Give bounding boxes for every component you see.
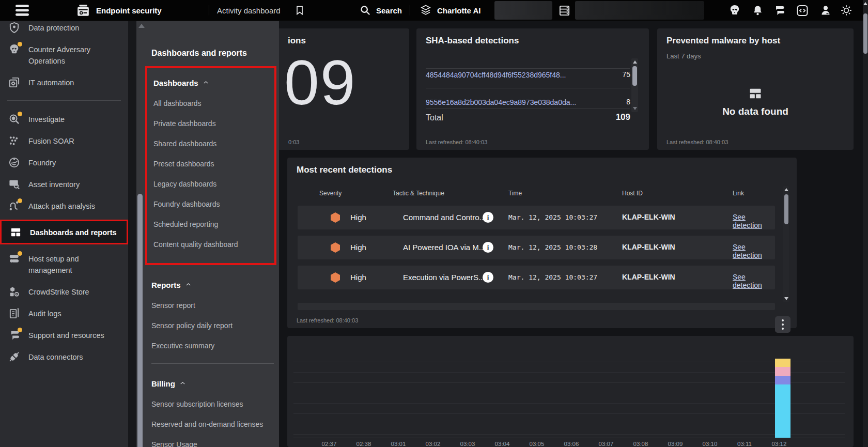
api-code-icon[interactable] — [796, 4, 809, 17]
flyout-section-header-dashboards[interactable]: Dashboards — [153, 79, 274, 87]
sha-hash-link[interactable]: 4854484a90704cff48d94f6f55238d965f48... — [426, 71, 566, 79]
flyout-title: Dashboards and reports — [151, 49, 279, 58]
sha-hash-link[interactable]: 9556e16a8d2b003da04ec9a8973e038da0da... — [426, 98, 576, 106]
flyout-item-all-dashboards[interactable]: All dashboards — [153, 99, 274, 107]
flyout-item-executive-summary[interactable]: Executive summary — [151, 342, 279, 350]
sidebar-item-data-protection[interactable]: Data protection — [0, 21, 128, 38]
falcon-console: Endpoint security Activity dashboard Sea… — [0, 0, 868, 447]
scroll-up-icon[interactable] — [784, 188, 788, 191]
flyout-item-sensor-report[interactable]: Sensor report — [151, 301, 279, 310]
notification-dot — [18, 112, 22, 116]
total-label: Total — [426, 113, 443, 122]
flyout-item-scheduled-reporting[interactable]: Scheduled reporting — [153, 220, 274, 228]
flyout-section-header-reports[interactable]: Reports — [151, 281, 279, 289]
sidebar-item-foundry[interactable]: Foundry — [0, 151, 128, 173]
detection-time: Mar. 12, 2025 10:03:27 — [508, 213, 597, 221]
rack-icon[interactable] — [558, 4, 570, 17]
sidebar-item-it-automation[interactable]: IT automation — [0, 71, 128, 93]
x-tick-label: 03:12 — [764, 441, 795, 447]
table-row: HighExecution via PowerS...iMar. 12, 202… — [298, 266, 775, 289]
see-detection-link[interactable]: See detection — [733, 243, 775, 259]
scrollbar-thumb[interactable] — [784, 194, 788, 224]
sidebar-item-host-setup-and-management[interactable]: Host setup and management — [0, 248, 128, 281]
flyout-item-private-dashboards[interactable]: Private dashboards — [153, 119, 274, 128]
sidebar-item-support-and-resources[interactable]: Support and resources — [0, 324, 128, 346]
sha-scrollbar[interactable] — [631, 58, 638, 112]
see-detection-link[interactable]: See detection — [733, 273, 775, 289]
sidebar-item-counter-adversary-operations[interactable]: Counter Adversary Operations — [0, 38, 128, 71]
table-row: HighAI Powered IOA via M...iMar. 12, 202… — [298, 236, 775, 259]
flyout-item-sensor-usage[interactable]: Sensor Usage — [151, 440, 279, 447]
sidebar-item-audit-logs[interactable]: Audit logs — [0, 302, 128, 324]
topbar-divider — [209, 5, 209, 16]
flyout-item-content-quality-dashboard[interactable]: Content quality dashboard — [153, 240, 274, 249]
flyout-item-shared-dashboards[interactable]: Shared dashboards — [153, 140, 274, 148]
table-row-partial — [298, 303, 775, 310]
sidebar-item-investigate[interactable]: Investigate — [0, 108, 128, 130]
flyout-item-sensor-subscription-licenses[interactable]: Sensor subscription licenses — [151, 400, 279, 408]
sidebar-items: Data protectionCounter Adversary Operati… — [0, 21, 128, 367]
flyout-section-header-billing[interactable]: Billing — [151, 379, 279, 388]
messages-icon[interactable] — [773, 4, 785, 17]
card-subtitle: Last 7 days — [667, 52, 701, 60]
scroll-up-icon[interactable] — [138, 24, 145, 28]
scrollbar-thumb[interactable] — [632, 66, 637, 86]
scrollbar-thumb[interactable] — [863, 13, 867, 54]
kebab-menu-button[interactable] — [775, 316, 791, 333]
sidebar-item-crowdstrike-store[interactable]: CrowdStrike Store — [0, 281, 128, 302]
flyout-item-legacy-dashboards[interactable]: Legacy dashboards — [153, 180, 274, 188]
user-profile-icon[interactable] — [819, 4, 832, 17]
sidebar-item-dashboards-and-reports[interactable]: Dashboards and reports — [2, 221, 127, 243]
scroll-down-icon[interactable] — [784, 297, 788, 300]
sidebar-item-label: Attack path analysis — [28, 199, 95, 212]
charlotte-ai-button[interactable]: Charlotte AI — [420, 0, 481, 21]
gridline — [293, 393, 845, 393]
flyout-item-foundry-dashboards[interactable]: Foundry dashboards — [153, 200, 274, 208]
severity-hexagon-icon — [331, 272, 340, 283]
falcon-skull-icon[interactable] — [729, 4, 741, 17]
dashboards-flyout: Dashboards and reports DashboardsAll das… — [136, 21, 279, 447]
connectors-icon — [8, 351, 21, 363]
bookmark-icon[interactable] — [295, 0, 305, 21]
severity-hexagon-icon — [331, 242, 340, 253]
theme-sun-icon[interactable] — [840, 4, 853, 17]
see-detection-link[interactable]: See detection — [733, 213, 775, 229]
sidebar-item-label: CrowdStrike Store — [28, 285, 89, 298]
info-icon[interactable]: i — [483, 272, 493, 283]
flyout-scrollbar-thumb[interactable] — [137, 194, 143, 447]
sidebar-item-asset-inventory[interactable]: Asset inventory — [0, 173, 128, 195]
sidebar-item-label: Fusion SOAR — [28, 134, 74, 147]
flyout-item-sensor-policy-daily-report[interactable]: Sensor policy daily report — [151, 321, 279, 330]
card-title: SHA-based detections — [426, 36, 519, 46]
section-label: Reports — [151, 281, 181, 289]
info-icon[interactable]: i — [483, 242, 493, 253]
card-title: Most recent detections — [297, 165, 392, 175]
charlotte-ai-icon — [420, 4, 432, 17]
sidebar-item-attack-path-analysis[interactable]: Attack path analysis — [0, 195, 128, 217]
sidebar-item-label: Investigate — [28, 112, 65, 125]
section-label: Dashboards — [153, 79, 198, 87]
notification-dot — [18, 198, 22, 203]
scroll-up-icon[interactable] — [863, 2, 867, 5]
table-scrollbar[interactable] — [783, 186, 789, 302]
app-title[interactable]: Endpoint security — [96, 0, 162, 21]
flyout-item-preset-dashboards[interactable]: Preset dashboards — [153, 160, 274, 168]
hamburger-menu-icon[interactable] — [14, 0, 30, 21]
search-button[interactable]: Search — [360, 0, 402, 21]
page-scrollbar[interactable] — [863, 0, 868, 447]
scroll-down-icon[interactable] — [633, 107, 637, 110]
notifications-bell-icon[interactable] — [751, 4, 764, 17]
severity-value: High — [350, 273, 366, 282]
bar-segment — [775, 359, 791, 367]
topbar: Endpoint security Activity dashboard Sea… — [0, 0, 868, 21]
annotation-box-flyout-dashboards: DashboardsAll dashboardsPrivate dashboar… — [145, 66, 276, 265]
gridline — [293, 382, 845, 383]
x-tick-label: 03:06 — [556, 441, 587, 447]
flyout-item-reserved-and-on-demand-licenses[interactable]: Reserved and on-demand licenses — [151, 420, 279, 428]
scroll-up-icon[interactable] — [633, 60, 637, 64]
info-icon[interactable]: i — [483, 212, 493, 223]
sidebar-item-label: Data connectors — [28, 350, 83, 363]
sidebar-item-fusion-soar[interactable]: Fusion SOAR — [0, 130, 128, 151]
sidebar-item-data-connectors[interactable]: Data connectors — [0, 346, 128, 367]
detections-count-fragment: 09 — [284, 51, 357, 114]
